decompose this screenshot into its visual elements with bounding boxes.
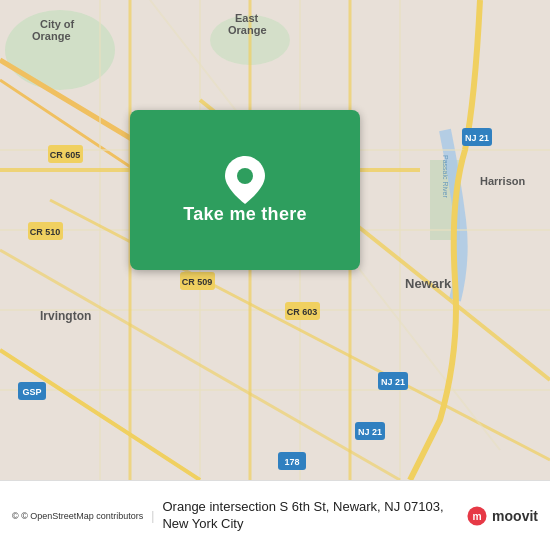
osm-attribution: © © OpenStreetMap contributors <box>12 511 143 521</box>
address-text: Orange intersection S 6th St, Newark, NJ… <box>162 499 458 533</box>
svg-text:CR 510: CR 510 <box>30 227 61 237</box>
moovit-icon: m <box>466 505 488 527</box>
svg-point-49 <box>237 168 253 184</box>
osm-copy-symbol: © <box>12 511 19 521</box>
svg-text:NJ 21: NJ 21 <box>465 133 489 143</box>
map-container: CR 605 CR 510 CR 509 CR 603 GSP NJ 21 NJ… <box>0 0 550 480</box>
svg-text:Harrison: Harrison <box>480 175 526 187</box>
svg-text:Passaic River: Passaic River <box>442 155 449 198</box>
svg-text:East: East <box>235 12 259 24</box>
svg-text:Orange: Orange <box>32 30 71 42</box>
svg-text:NJ 21: NJ 21 <box>381 377 405 387</box>
info-bar: © © OpenStreetMap contributors | Orange … <box>0 480 550 550</box>
location-pin-icon <box>225 156 265 204</box>
svg-text:NJ 21: NJ 21 <box>358 427 382 437</box>
moovit-text: moovit <box>492 508 538 524</box>
svg-text:m: m <box>473 510 482 521</box>
svg-text:CR 509: CR 509 <box>182 277 213 287</box>
svg-text:Newark: Newark <box>405 276 452 291</box>
take-me-there-label: Take me there <box>183 204 307 225</box>
svg-text:CR 605: CR 605 <box>50 150 81 160</box>
moovit-logo: m moovit <box>466 505 538 527</box>
separator: | <box>151 509 154 523</box>
svg-text:GSP: GSP <box>22 387 41 397</box>
osm-label: © OpenStreetMap contributors <box>21 511 143 521</box>
svg-text:City of: City of <box>40 18 75 30</box>
svg-text:Irvington: Irvington <box>40 309 91 323</box>
take-me-there-button[interactable]: Take me there <box>130 110 360 270</box>
svg-text:Orange: Orange <box>228 24 267 36</box>
svg-text:178: 178 <box>284 457 299 467</box>
svg-text:CR 603: CR 603 <box>287 307 318 317</box>
